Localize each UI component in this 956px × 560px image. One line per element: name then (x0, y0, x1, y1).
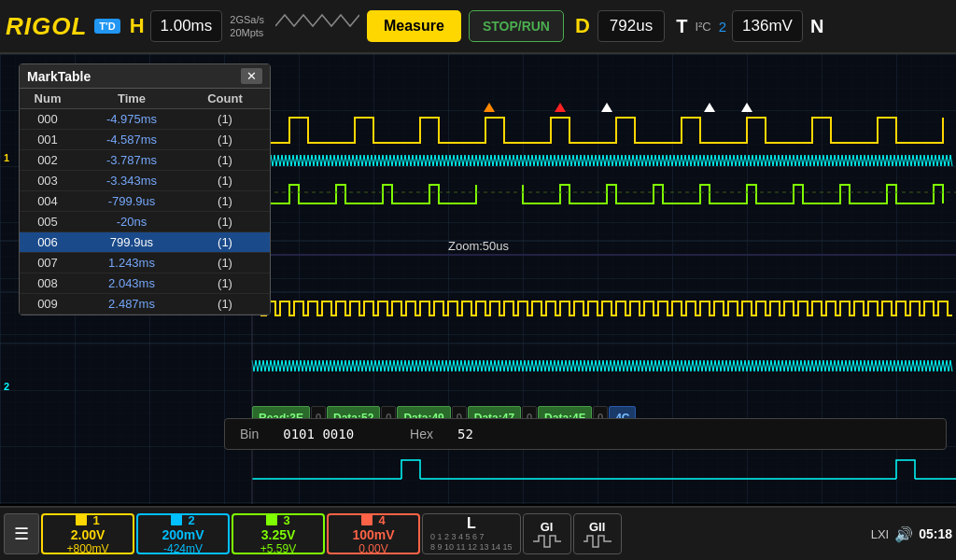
row-time: -3.787ms (76, 153, 188, 167)
row-time: -4.587ms (76, 133, 188, 147)
ch4-box[interactable]: 4 100mV 0.00V (327, 513, 420, 554)
row-count: (1) (188, 112, 262, 126)
row-time: -3.343ms (76, 174, 188, 188)
GI-wave-icon (533, 534, 561, 549)
mark-table-row[interactable]: 004 -799.9us (1) (20, 191, 270, 212)
row-count: (1) (188, 174, 262, 188)
row-time: 799.9us (76, 235, 188, 249)
h-label: H (130, 14, 145, 38)
td-badge: T'D (94, 19, 120, 34)
ch2-volt-sub: -424mV (163, 542, 203, 555)
row-count: (1) (188, 256, 262, 270)
mark-table-row[interactable]: 000 -4.975ms (1) (20, 109, 270, 130)
d-label: D (575, 14, 590, 38)
measure-button[interactable]: Measure (367, 10, 461, 42)
mark-table-row[interactable]: 002 -3.787ms (1) (20, 150, 270, 171)
L-label: L (467, 515, 476, 532)
ch4-color-square (361, 514, 373, 525)
ch2-box[interactable]: 2 200mV -424mV (136, 513, 230, 554)
ch3-number: 3 (283, 513, 289, 527)
row-num: 007 (20, 256, 76, 270)
lxi-area: LXI 🔊 05:18 (871, 525, 952, 543)
mark-table-title: MarkTable (27, 69, 91, 84)
mark-table-row[interactable]: 001 -4.587ms (1) (20, 130, 270, 150)
row-num: 001 (20, 133, 76, 147)
col-count: Count (188, 91, 262, 105)
L-box[interactable]: L 0 1 2 3 4 5 6 7 8 9 10 11 12 13 14 15 (422, 513, 521, 554)
row-num: 003 (20, 174, 76, 188)
GII-box[interactable]: GII (573, 513, 622, 554)
menu-button[interactable]: ☰ (4, 513, 39, 554)
ch3-volt-main: 3.25V (261, 527, 296, 542)
row-num: 004 (20, 194, 76, 208)
ch1-color-square (76, 514, 87, 525)
n-label: N (810, 16, 823, 37)
ch2-volt-main: 200mV (162, 527, 204, 542)
ch1-box[interactable]: 1 2.00V +800mV (41, 513, 134, 554)
wave-area: 1 2 (0, 54, 956, 504)
row-count: (1) (188, 194, 262, 208)
row-num: 002 (20, 153, 76, 167)
zoom-label: Zoom:50us (448, 239, 509, 253)
ch1-number: 1 (92, 513, 99, 527)
mark-table-row[interactable]: 008 2.043ms (1) (20, 273, 270, 294)
ch1-volt-main: 2.00V (71, 527, 105, 542)
row-num: 006 (20, 235, 76, 249)
stoprun-button[interactable]: STOP/RUN (469, 10, 564, 42)
ch2-color-square (171, 514, 182, 525)
ch1-volt-sub: +800mV (66, 542, 108, 555)
bin-label: Bin (240, 427, 259, 441)
row-time: -4.975ms (76, 112, 188, 126)
row-num: 009 (20, 297, 76, 311)
t-label: T (676, 16, 687, 37)
bottom-bar: ☰ 1 2.00V +800mV 2 200mV -424mV 3 3.25V … (0, 506, 956, 560)
ch-num-label: 2 (719, 19, 726, 35)
ch2-number: 2 (188, 513, 194, 527)
row-time: 1.243ms (76, 256, 188, 270)
col-time: Time (76, 91, 188, 105)
row-count: (1) (188, 153, 262, 167)
mark-table-close-button[interactable]: ✕ (241, 68, 262, 84)
ch4-volt-main: 100mV (352, 527, 394, 542)
mark-table-row[interactable]: 009 2.487ms (1) (20, 294, 270, 315)
row-count: (1) (188, 297, 262, 311)
ch4-number: 4 (378, 513, 385, 527)
row-time: 2.487ms (76, 297, 188, 311)
row-count: (1) (188, 235, 262, 249)
top-bar: RIGOL T'D H 1.00ms 2GSa/s 20Mpts Measure… (0, 0, 956, 54)
mark-table-row[interactable]: 006 799.9us (1) (20, 232, 270, 253)
mv-value[interactable]: 136mV (732, 10, 803, 42)
GII-wave-icon (583, 534, 612, 549)
mark-table-row[interactable]: 003 -3.343ms (1) (20, 171, 270, 191)
ch4-volt-sub: 0.00V (358, 542, 387, 555)
row-time: -20ns (76, 215, 188, 229)
svg-text:1: 1 (4, 152, 9, 163)
bin-value: 0101 0010 (283, 427, 354, 441)
GI-box[interactable]: GI (523, 513, 571, 554)
row-count: (1) (188, 276, 262, 290)
L-subtext: 0 1 2 3 4 5 6 7 8 9 10 11 12 13 14 15 (430, 532, 513, 553)
hex-value: 52 (457, 427, 473, 441)
row-time: -799.9us (76, 194, 188, 208)
timebase-value[interactable]: 1.00ms (150, 10, 223, 42)
col-num: Num (20, 91, 76, 105)
ch3-color-square (266, 514, 277, 525)
sample-rate-info: 2GSa/s 20Mpts (230, 13, 264, 40)
row-num: 005 (20, 215, 76, 229)
i2c-label: I²C (695, 20, 710, 34)
mark-table-header: MarkTable ✕ (20, 64, 270, 89)
time-label: 05:18 (919, 526, 952, 541)
mark-table-rows: 000 -4.975ms (1) 001 -4.587ms (1) 002 -3… (20, 109, 270, 315)
ch3-box[interactable]: 3 3.25V +5.59V (232, 513, 325, 554)
row-count: (1) (188, 133, 262, 147)
mark-table: MarkTable ✕ Num Time Count 000 -4.975ms … (19, 63, 271, 315)
row-count: (1) (188, 215, 262, 229)
d-value[interactable]: 792us (598, 10, 665, 42)
row-num: 000 (20, 112, 76, 126)
row-time: 2.043ms (76, 276, 188, 290)
mark-table-row[interactable]: 007 1.243ms (1) (20, 253, 270, 273)
wave-squiggle (275, 7, 359, 45)
speaker-icon: 🔊 (894, 525, 913, 543)
GI-label: GI (541, 520, 554, 534)
mark-table-row[interactable]: 005 -20ns (1) (20, 212, 270, 232)
